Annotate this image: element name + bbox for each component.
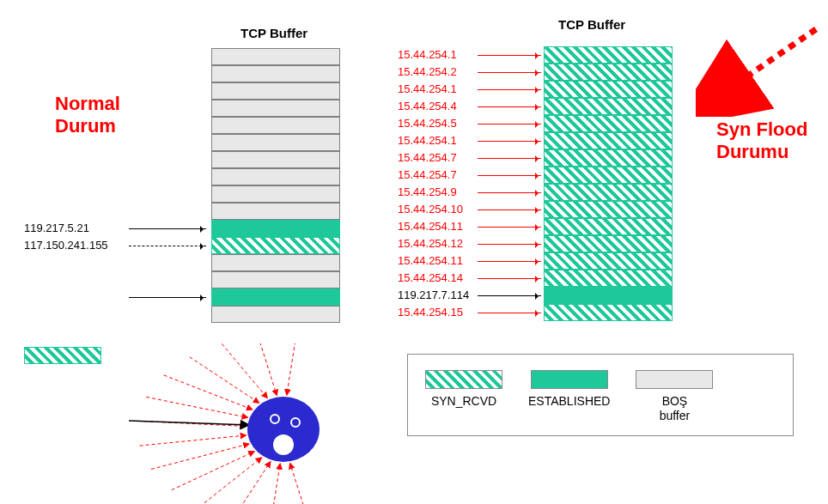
ip-label: 15.44.254.11 <box>398 218 469 235</box>
buffer-slot <box>544 64 673 81</box>
buffer-slot <box>211 82 340 100</box>
legend-syn-rcvd: SYN_RCVD <box>425 370 502 409</box>
svg-line-9 <box>151 444 249 470</box>
svg-line-14 <box>190 357 259 404</box>
ip-label: 15.44.254.15 <box>398 304 469 321</box>
svg-line-17 <box>287 343 296 395</box>
ip-label: 119.217.7.114 <box>398 287 469 304</box>
ip-label: 15.44.254.2 <box>398 64 469 81</box>
left-ip-labels: 119.217.5.21117.150.241.155 <box>24 48 108 323</box>
svg-line-13 <box>164 375 253 410</box>
svg-point-22 <box>273 434 294 455</box>
ip-label: 15.44.254.12 <box>398 235 469 252</box>
buffer-slot <box>544 167 673 184</box>
buffer-slot <box>211 254 340 271</box>
legend-panel: SYN_RCVD ESTABLISHED BOŞ buffer <box>407 354 794 436</box>
ip-label: 15.44.254.7 <box>398 149 469 167</box>
svg-line-6 <box>234 462 271 504</box>
right-buffer-title: TCP Buffer <box>558 17 625 32</box>
ip-label: 15.44.254.1 <box>398 46 469 64</box>
buffer-slot <box>544 132 673 149</box>
buffer-slot <box>544 287 673 304</box>
buffer-slot <box>544 115 673 132</box>
svg-line-12 <box>146 397 247 417</box>
left-buffer-title: TCP Buffer <box>240 26 307 40</box>
svg-line-15 <box>222 343 267 398</box>
legend-established: ESTABLISHED <box>528 370 610 409</box>
buffer-slot <box>544 46 673 64</box>
buffer-slot <box>544 304 673 321</box>
svg-line-18 <box>129 421 249 425</box>
swatch-est <box>531 370 608 389</box>
ip-label: 15.44.254.14 <box>398 270 469 287</box>
swatch-empty <box>636 370 713 389</box>
buffer-slot <box>544 98 673 115</box>
svg-line-16 <box>258 343 277 396</box>
svg-line-10 <box>140 435 247 446</box>
buffer-slot <box>211 288 340 306</box>
buffer-slot <box>211 117 340 134</box>
ip-label: 15.44.254.1 <box>398 132 469 149</box>
buffer-slot <box>544 270 673 287</box>
buffer-slot <box>544 184 673 201</box>
buffer-slot <box>211 237 340 254</box>
ip-label: 15.44.254.4 <box>398 98 469 115</box>
buffer-slot <box>544 81 673 98</box>
buffer-slot <box>544 149 673 167</box>
swatch-syn <box>425 370 502 389</box>
buffer-slot <box>211 151 340 168</box>
overloaded-server-icon <box>120 343 361 504</box>
attack-arrow-icon <box>696 22 825 117</box>
ip-label: 15.44.254.7 <box>398 167 469 184</box>
buffer-slot <box>211 220 340 237</box>
buffer-slot <box>211 168 340 185</box>
ip-label: 15.44.254.5 <box>398 115 469 132</box>
buffer-slot <box>211 203 340 220</box>
buffer-slot <box>211 65 340 82</box>
svg-line-8 <box>172 452 255 490</box>
legend-empty: BOŞ buffer <box>636 370 713 423</box>
buffer-slot <box>544 235 673 252</box>
buffer-slot <box>544 201 673 218</box>
stray-syn-swatch <box>24 347 101 364</box>
buffer-slot <box>544 218 673 235</box>
buffer-slot <box>211 185 340 203</box>
buffer-slot <box>211 271 340 288</box>
svg-line-4 <box>290 463 309 504</box>
right-ip-labels: 15.44.254.115.44.254.215.44.254.115.44.2… <box>398 46 469 321</box>
syn-flood-title: Syn Flood Durumu <box>716 118 807 164</box>
svg-line-7 <box>199 458 261 504</box>
buffer-slot <box>211 306 340 323</box>
buffer-slot <box>544 252 673 270</box>
ip-label: 15.44.254.11 <box>398 252 469 270</box>
ip-label: 119.217.5.21 <box>24 220 108 237</box>
right-tcp-buffer <box>544 46 673 321</box>
ip-label: 15.44.254.1 <box>398 81 469 98</box>
buffer-slot <box>211 100 340 117</box>
left-tcp-buffer <box>211 48 340 323</box>
buffer-slot <box>211 48 340 65</box>
buffer-slot <box>211 134 340 151</box>
ip-label: 15.44.254.10 <box>398 201 469 218</box>
ip-label: 117.150.241.155 <box>24 237 108 254</box>
ip-label: 15.44.254.9 <box>398 184 469 201</box>
svg-line-5 <box>271 464 280 504</box>
svg-line-1 <box>726 29 816 91</box>
